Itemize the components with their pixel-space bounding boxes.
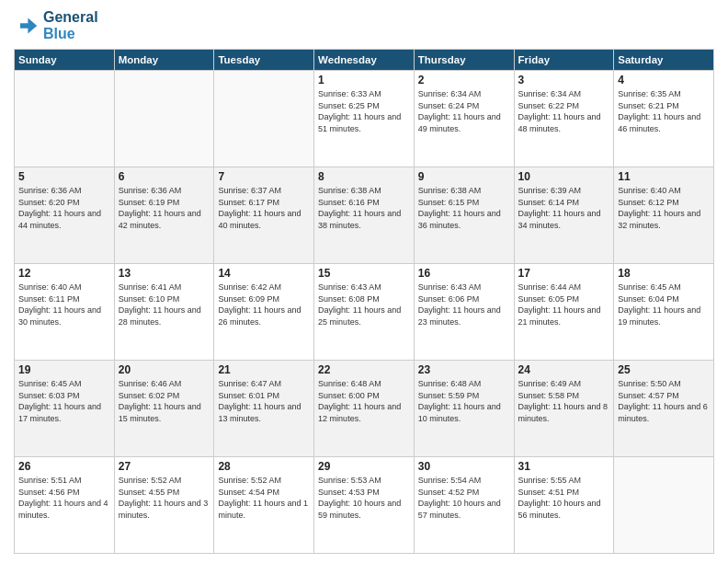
- day-info: Sunrise: 6:45 AMSunset: 6:03 PMDaylight:…: [18, 378, 110, 424]
- calendar-cell: 15Sunrise: 6:43 AMSunset: 6:08 PMDayligh…: [314, 264, 415, 361]
- day-number: 17: [518, 267, 610, 280]
- day-number: 4: [618, 74, 710, 86]
- calendar-table: SundayMondayTuesdayWednesdayThursdayFrid…: [14, 49, 714, 554]
- calendar-cell: 16Sunrise: 6:43 AMSunset: 6:06 PMDayligh…: [414, 264, 514, 361]
- day-info: Sunrise: 6:33 AMSunset: 6:25 PMDaylight:…: [318, 88, 410, 134]
- day-number: 23: [418, 363, 510, 376]
- day-number: 28: [218, 460, 310, 473]
- calendar-cell: 31Sunrise: 5:55 AMSunset: 4:51 PMDayligh…: [514, 457, 614, 554]
- day-number: 3: [518, 74, 610, 86]
- day-header-monday: Monday: [114, 50, 214, 71]
- day-number: 10: [518, 170, 610, 183]
- calendar-cell: 13Sunrise: 6:41 AMSunset: 6:10 PMDayligh…: [114, 264, 214, 361]
- calendar-cell: 14Sunrise: 6:42 AMSunset: 6:09 PMDayligh…: [214, 264, 314, 361]
- calendar-week-row: 5Sunrise: 6:36 AMSunset: 6:20 PMDaylight…: [15, 167, 714, 264]
- day-number: 30: [418, 460, 510, 473]
- day-info: Sunrise: 6:49 AMSunset: 5:58 PMDaylight:…: [518, 378, 610, 424]
- day-number: 26: [18, 460, 110, 473]
- day-number: 22: [318, 363, 410, 376]
- day-number: 20: [119, 363, 210, 376]
- day-number: 16: [418, 267, 510, 280]
- calendar-cell: 27Sunrise: 5:52 AMSunset: 4:55 PMDayligh…: [114, 457, 214, 554]
- day-info: Sunrise: 6:41 AMSunset: 6:10 PMDaylight:…: [119, 282, 210, 327]
- calendar-cell: [114, 71, 214, 167]
- calendar-cell: 17Sunrise: 6:44 AMSunset: 6:05 PMDayligh…: [514, 264, 614, 361]
- calendar-week-row: 19Sunrise: 6:45 AMSunset: 6:03 PMDayligh…: [15, 361, 714, 457]
- calendar-cell: [614, 457, 714, 554]
- calendar-cell: 26Sunrise: 5:51 AMSunset: 4:56 PMDayligh…: [15, 457, 115, 554]
- calendar-cell: 22Sunrise: 6:48 AMSunset: 6:00 PMDayligh…: [314, 361, 415, 457]
- calendar-cell: 21Sunrise: 6:47 AMSunset: 6:01 PMDayligh…: [214, 361, 314, 457]
- calendar-cell: 10Sunrise: 6:39 AMSunset: 6:14 PMDayligh…: [514, 167, 614, 264]
- logo-icon: [14, 13, 40, 39]
- calendar-cell: 2Sunrise: 6:34 AMSunset: 6:24 PMDaylight…: [414, 71, 514, 167]
- day-header-thursday: Thursday: [414, 50, 514, 71]
- day-info: Sunrise: 6:36 AMSunset: 6:19 PMDaylight:…: [119, 185, 210, 231]
- header: General Blue: [14, 9, 714, 41]
- day-number: 31: [518, 460, 610, 473]
- day-number: 21: [218, 363, 310, 376]
- day-header-sunday: Sunday: [15, 50, 115, 71]
- day-info: Sunrise: 6:40 AMSunset: 6:12 PMDaylight:…: [618, 185, 710, 231]
- day-number: 25: [618, 363, 710, 376]
- day-info: Sunrise: 6:40 AMSunset: 6:11 PMDaylight:…: [18, 282, 110, 327]
- calendar-cell: 1Sunrise: 6:33 AMSunset: 6:25 PMDaylight…: [314, 71, 415, 167]
- calendar-cell: 8Sunrise: 6:38 AMSunset: 6:16 PMDaylight…: [314, 167, 415, 264]
- calendar-cell: [214, 71, 314, 167]
- day-info: Sunrise: 5:55 AMSunset: 4:51 PMDaylight:…: [518, 475, 610, 521]
- day-info: Sunrise: 6:39 AMSunset: 6:14 PMDaylight:…: [518, 185, 610, 231]
- calendar-cell: 11Sunrise: 6:40 AMSunset: 6:12 PMDayligh…: [614, 167, 714, 264]
- day-number: 12: [18, 267, 110, 280]
- calendar-cell: 4Sunrise: 6:35 AMSunset: 6:21 PMDaylight…: [614, 71, 714, 167]
- day-info: Sunrise: 6:35 AMSunset: 6:21 PMDaylight:…: [618, 88, 710, 134]
- day-info: Sunrise: 6:36 AMSunset: 6:20 PMDaylight:…: [18, 185, 110, 231]
- day-info: Sunrise: 5:50 AMSunset: 4:57 PMDaylight:…: [618, 378, 710, 424]
- day-info: Sunrise: 5:52 AMSunset: 4:54 PMDaylight:…: [218, 475, 310, 521]
- day-number: 8: [318, 170, 410, 183]
- calendar-week-row: 26Sunrise: 5:51 AMSunset: 4:56 PMDayligh…: [15, 457, 714, 554]
- day-info: Sunrise: 6:43 AMSunset: 6:06 PMDaylight:…: [418, 282, 510, 327]
- logo: General Blue: [14, 9, 98, 41]
- calendar-cell: 23Sunrise: 6:48 AMSunset: 5:59 PMDayligh…: [414, 361, 514, 457]
- day-info: Sunrise: 6:48 AMSunset: 5:59 PMDaylight:…: [418, 378, 510, 424]
- day-number: 6: [119, 170, 210, 183]
- day-info: Sunrise: 6:42 AMSunset: 6:09 PMDaylight:…: [218, 282, 310, 327]
- calendar-cell: 24Sunrise: 6:49 AMSunset: 5:58 PMDayligh…: [514, 361, 614, 457]
- calendar-cell: 5Sunrise: 6:36 AMSunset: 6:20 PMDaylight…: [15, 167, 115, 264]
- day-info: Sunrise: 5:51 AMSunset: 4:56 PMDaylight:…: [18, 475, 110, 521]
- day-number: 27: [119, 460, 210, 473]
- day-number: 18: [618, 267, 710, 280]
- calendar-cell: 18Sunrise: 6:45 AMSunset: 6:04 PMDayligh…: [614, 264, 714, 361]
- day-info: Sunrise: 5:54 AMSunset: 4:52 PMDaylight:…: [418, 475, 510, 521]
- day-number: 11: [618, 170, 710, 183]
- day-number: 15: [318, 267, 410, 280]
- calendar-cell: 9Sunrise: 6:38 AMSunset: 6:15 PMDaylight…: [414, 167, 514, 264]
- day-header-friday: Friday: [514, 50, 614, 71]
- day-info: Sunrise: 6:45 AMSunset: 6:04 PMDaylight:…: [618, 282, 710, 327]
- calendar-cell: [15, 71, 115, 167]
- day-number: 7: [218, 170, 310, 183]
- calendar-cell: 25Sunrise: 5:50 AMSunset: 4:57 PMDayligh…: [614, 361, 714, 457]
- day-number: 1: [318, 74, 410, 86]
- day-info: Sunrise: 6:48 AMSunset: 6:00 PMDaylight:…: [318, 378, 410, 424]
- calendar-week-row: 1Sunrise: 6:33 AMSunset: 6:25 PMDaylight…: [15, 71, 714, 167]
- day-info: Sunrise: 6:38 AMSunset: 6:15 PMDaylight:…: [418, 185, 510, 231]
- day-info: Sunrise: 6:34 AMSunset: 6:22 PMDaylight:…: [518, 88, 610, 134]
- day-info: Sunrise: 5:53 AMSunset: 4:53 PMDaylight:…: [318, 475, 410, 521]
- calendar-cell: 29Sunrise: 5:53 AMSunset: 4:53 PMDayligh…: [314, 457, 415, 554]
- day-header-tuesday: Tuesday: [214, 50, 314, 71]
- calendar-cell: 3Sunrise: 6:34 AMSunset: 6:22 PMDaylight…: [514, 71, 614, 167]
- day-number: 29: [318, 460, 410, 473]
- day-info: Sunrise: 6:46 AMSunset: 6:02 PMDaylight:…: [119, 378, 210, 424]
- calendar-cell: 19Sunrise: 6:45 AMSunset: 6:03 PMDayligh…: [15, 361, 115, 457]
- day-number: 5: [18, 170, 110, 183]
- calendar-week-row: 12Sunrise: 6:40 AMSunset: 6:11 PMDayligh…: [15, 264, 714, 361]
- day-number: 9: [418, 170, 510, 183]
- calendar-cell: 6Sunrise: 6:36 AMSunset: 6:19 PMDaylight…: [114, 167, 214, 264]
- day-header-wednesday: Wednesday: [314, 50, 415, 71]
- logo-text: General Blue: [43, 9, 98, 41]
- day-info: Sunrise: 6:43 AMSunset: 6:08 PMDaylight:…: [318, 282, 410, 327]
- day-number: 13: [119, 267, 210, 280]
- calendar-cell: 28Sunrise: 5:52 AMSunset: 4:54 PMDayligh…: [214, 457, 314, 554]
- calendar-cell: 20Sunrise: 6:46 AMSunset: 6:02 PMDayligh…: [114, 361, 214, 457]
